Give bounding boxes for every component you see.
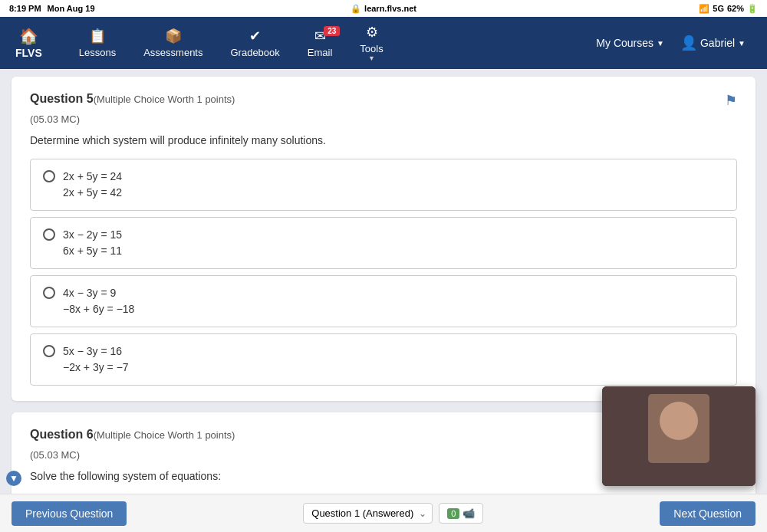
scroll-down-icon: ▼ [9, 473, 18, 484]
radio-5-b [43, 228, 55, 241]
choice-5-a-line2: 2x + 5y = 42 [63, 185, 122, 201]
status-url: learn.flvs.net [364, 4, 416, 13]
user-dropdown-arrow: ▼ [738, 39, 746, 48]
scroll-indicator[interactable]: ▼ [6, 471, 21, 486]
question-5-text: Determine which system will produce infi… [30, 134, 737, 146]
my-courses-label: My Courses [596, 37, 653, 49]
lessons-icon: 📋 [89, 28, 106, 44]
signal-label: 5G [713, 4, 724, 13]
radio-5-c [43, 287, 55, 299]
brand-label: FLVS [15, 47, 42, 59]
question-6-number-label: Question [30, 428, 87, 441]
nav-items: 📋 Lessons 📦 Assessments ✔ Gradebook ✉ Em… [65, 18, 591, 68]
my-courses-button[interactable]: My Courses ▼ [590, 34, 670, 52]
media-count: 0 [447, 508, 459, 519]
choice-5-d-line2: −2x + 3y = −7 [63, 360, 129, 376]
tools-dropdown-arrow: ▼ [368, 54, 375, 62]
choice-5-b-line2: 6x + 5y = 11 [63, 243, 122, 259]
nav-brand[interactable]: 🏠 FLVS [15, 27, 42, 59]
question-5-num: 5 [87, 92, 94, 105]
video-thumbnail [602, 386, 755, 486]
status-day: Mon Aug 19 [48, 4, 95, 13]
nav-lessons[interactable]: 📋 Lessons [65, 21, 130, 64]
user-menu[interactable]: 👤 Gabriel ▼ [674, 31, 752, 54]
status-center: 🔒 learn.flvs.net [351, 4, 416, 14]
email-badge: 23 [324, 26, 340, 36]
nav-assessments[interactable]: 📦 Assessments [130, 21, 216, 64]
bottom-bar: Previous Question Question 1 (Answered) … [0, 494, 767, 532]
question-5-meta: (Multiple Choice Worth 1 points) [94, 94, 235, 105]
question-6-num: 6 [87, 428, 94, 441]
nav-gradebook[interactable]: ✔ Gradebook [216, 21, 293, 64]
home-icon: 🏠 [19, 27, 38, 45]
choice-5-a-line1: 2x + 5y = 24 [63, 169, 122, 185]
nav-tools[interactable]: ⚙ Tools ▼ [346, 18, 397, 68]
nav-email[interactable]: ✉ Email 23 [294, 21, 347, 64]
status-right: 📶 5G 62% 🔋 [699, 4, 758, 14]
battery-level: 62% [727, 4, 744, 13]
gradebook-icon: ✔ [249, 28, 261, 44]
status-bar: 8:19 PM Mon Aug 19 🔒 learn.flvs.net 📶 5G… [0, 0, 767, 17]
question-5-header: Question 5(Multiple Choice Worth 1 point… [30, 92, 737, 109]
navbar: 🏠 FLVS 📋 Lessons 📦 Assessments ✔ Gradebo… [0, 17, 767, 69]
assessments-label: Assessments [143, 47, 202, 58]
email-label: Email [308, 47, 333, 58]
tools-icon: ⚙ [366, 24, 378, 41]
choice-5-d-line1: 5x − 3y = 16 [63, 343, 129, 360]
choice-5-d[interactable]: 5x − 3y = 16 −2x + 3y = −7 [30, 333, 737, 386]
question-5-sub: (05.03 MC) [30, 113, 737, 125]
choice-5-c[interactable]: 4x − 3y = 9 −8x + 6y = −18 [30, 275, 737, 327]
question-select-wrapper[interactable]: Question 1 (Answered) Question 2 Questio… [303, 503, 433, 524]
prev-question-button[interactable]: Previous Question [12, 501, 127, 526]
lock-icon: 🔒 [351, 4, 361, 14]
question-5-card: Question 5(Multiple Choice Worth 1 point… [12, 77, 755, 401]
choice-5-a[interactable]: 2x + 5y = 24 2x + 5y = 42 [30, 159, 737, 211]
question-5-title: Question 5(Multiple Choice Worth 1 point… [30, 92, 235, 106]
question-select[interactable]: Question 1 (Answered) Question 2 Questio… [303, 503, 433, 524]
question-selector: Question 1 (Answered) Question 2 Questio… [303, 503, 483, 524]
my-courses-dropdown-arrow: ▼ [657, 39, 664, 48]
user-icon: 👤 [680, 34, 697, 51]
choice-5-d-text: 5x − 3y = 16 −2x + 3y = −7 [63, 343, 129, 376]
radio-5-a [43, 170, 55, 182]
battery-icon: 🔋 [747, 4, 758, 14]
choice-5-c-line1: 4x − 3y = 9 [63, 285, 134, 301]
next-question-button[interactable]: Next Question [660, 501, 755, 526]
gradebook-label: Gradebook [230, 47, 279, 58]
media-icon: 📹 [463, 507, 475, 519]
video-overlay[interactable] [602, 386, 755, 486]
status-time: 8:19 PM [9, 4, 41, 13]
choice-5-b-line1: 3x − 2y = 15 [63, 227, 122, 243]
question-6-meta: (Multiple Choice Worth 1 points) [94, 429, 235, 441]
radio-5-d [43, 345, 55, 357]
question-6-title: Question 6(Multiple Choice Worth 1 point… [30, 428, 235, 442]
user-label: Gabriel [700, 37, 735, 49]
status-left: 8:19 PM Mon Aug 19 [9, 4, 95, 13]
choice-5-a-text: 2x + 5y = 24 2x + 5y = 42 [63, 169, 122, 201]
assessments-icon: 📦 [165, 28, 182, 44]
choice-5-c-text: 4x − 3y = 9 −8x + 6y = −18 [63, 285, 134, 317]
lessons-label: Lessons [79, 47, 116, 58]
question-5-flag-icon[interactable]: ⚑ [725, 92, 737, 109]
nav-right: My Courses ▼ 👤 Gabriel ▼ [590, 31, 752, 54]
tools-label: Tools [360, 43, 383, 54]
question-5-number-label: Question [30, 92, 87, 105]
choice-5-c-line2: −8x + 6y = −18 [63, 301, 134, 317]
choice-5-b[interactable]: 3x − 2y = 15 6x + 5y = 11 [30, 217, 737, 269]
media-button[interactable]: 0 📹 [439, 503, 483, 524]
choice-5-b-text: 3x − 2y = 15 6x + 5y = 11 [63, 227, 122, 259]
signal-icon: 📶 [699, 4, 709, 14]
